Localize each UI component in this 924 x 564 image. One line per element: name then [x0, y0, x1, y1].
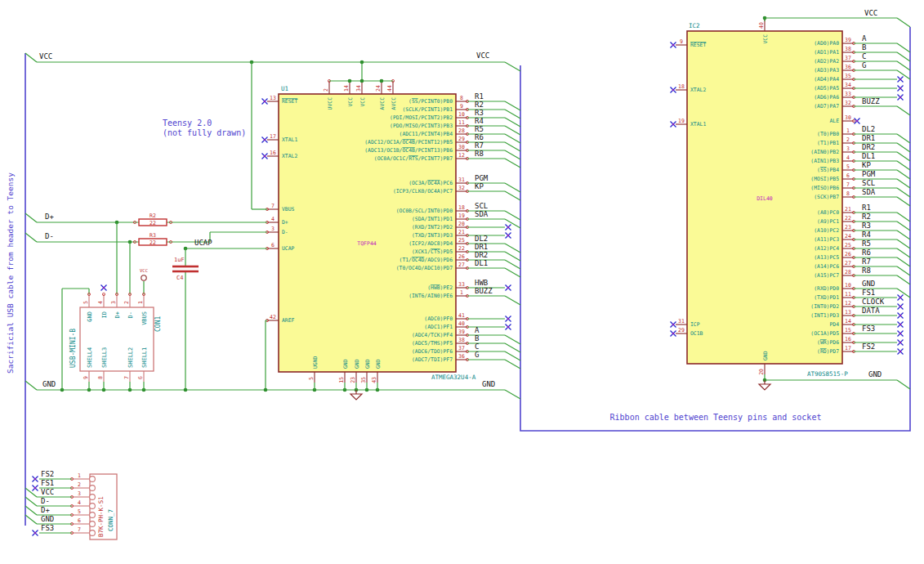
ic2-ref[interactable]: IC2	[689, 22, 700, 29]
net-label-scl[interactable]: SCL	[475, 202, 488, 210]
wire-segment	[897, 143, 910, 152]
net-label-b[interactable]: B	[862, 43, 866, 51]
net-label-r8[interactable]: R8	[862, 266, 871, 275]
pin-number: 35	[360, 377, 367, 383]
u1-value[interactable]: ATMEGA32U4-A	[431, 374, 476, 381]
wire-segment	[897, 275, 910, 284]
net-label-dr2[interactable]: DR2	[475, 251, 488, 259]
pin-name: (INT6/AIN0)PE6	[408, 293, 453, 299]
net-label-vcc-right[interactable]: VCC	[476, 51, 489, 60]
net-label-r6[interactable]: R6	[475, 133, 484, 141]
pin-name: XTAL2	[282, 153, 297, 159]
net-label-kp[interactable]: KP	[475, 182, 484, 190]
no-connect-dot	[672, 324, 674, 325]
net-label-sda[interactable]: SDA	[862, 188, 876, 196]
pin-name: SHELL2	[127, 347, 134, 368]
net-label-r5[interactable]: R5	[862, 239, 871, 248]
net-label-dl2[interactable]: DL2	[475, 235, 488, 243]
net-label-dr1[interactable]: DR1	[862, 134, 875, 142]
pin-name: (AD5)PA5	[814, 85, 839, 92]
net-label-fs1[interactable]: FS1	[41, 479, 54, 487]
net-label-sda[interactable]: SDA	[475, 210, 489, 218]
net-label-kp[interactable]: KP	[862, 161, 871, 169]
net-label-c[interactable]: C	[862, 52, 866, 60]
net-label-fs3[interactable]: FS3	[41, 524, 54, 532]
pin-number: 29	[458, 136, 465, 142]
net-label-ic2-gnd[interactable]: GND	[868, 370, 882, 378]
net-label-gnd[interactable]: GND	[862, 280, 875, 288]
conn7-symbol[interactable]: B7K-PH-K-S1CONN_71FS22FS13VCC4D-5D+6GND7…	[25, 470, 117, 539]
net-label-data[interactable]: DATA	[862, 307, 880, 315]
pin-name: GND	[364, 359, 371, 369]
gnd-symbol-icon	[759, 380, 770, 390]
net-label-buzz[interactable]: BUZZ	[475, 287, 493, 295]
net-label-dl2[interactable]: DL2	[862, 125, 875, 133]
con1-symbol[interactable]: USB-MINI-BCON15GND4ID3D+2D-1VBUS9SHELL48…	[69, 293, 162, 382]
u1-ref[interactable]: U1	[281, 85, 288, 92]
net-label-dr1[interactable]: DR1	[475, 243, 488, 251]
wire-segment	[897, 170, 910, 179]
u1-symbol[interactable]: U1ATMEGA32U4-ATQFP4413RESET17XTAL116XTAL…	[262, 79, 521, 383]
net-label-a[interactable]: A	[475, 326, 480, 334]
no-connect-icon	[33, 486, 38, 491]
pin-number: 5	[846, 163, 850, 170]
no-connect-dot	[899, 351, 901, 352]
net-label-fs3[interactable]: FS3	[862, 325, 875, 333]
net-label-c[interactable]: C	[475, 342, 479, 351]
ic2-symbol[interactable]: IC2AT90S8515-PDIL409RESET18XTAL219XTAL13…	[671, 16, 911, 378]
net-label-fs2[interactable]: FS2	[862, 342, 875, 351]
net-label-r6[interactable]: R6	[862, 248, 871, 257]
net-label-r2[interactable]: R2	[475, 101, 484, 109]
net-label-r1[interactable]: R1	[862, 204, 871, 212]
net-label-scl[interactable]: SCL	[862, 179, 875, 187]
net-label-pgm[interactable]: PGM	[862, 170, 876, 178]
net-label-d+[interactable]: D+	[41, 506, 50, 514]
pin-number: 2	[846, 137, 850, 143]
net-label-vcc[interactable]: VCC	[41, 488, 54, 496]
net-label-r7[interactable]: R7	[475, 141, 484, 150]
net-label-gnd-left[interactable]: GND	[42, 380, 56, 388]
net-label-dplus[interactable]: D+	[45, 213, 54, 221]
net-label-vcc-left[interactable]: VCC	[39, 52, 52, 60]
net-label-r8[interactable]: R8	[475, 150, 484, 158]
net-label-r3[interactable]: R3	[862, 222, 871, 230]
net-label-ucap[interactable]: UCAP	[194, 239, 212, 247]
no-connect-dot	[264, 101, 266, 102]
net-label-pgm[interactable]: PGM	[475, 174, 489, 182]
net-label-r1[interactable]: R1	[475, 92, 484, 101]
net-label-dl1[interactable]: DL1	[862, 152, 875, 160]
net-label-hwb[interactable]: HWB	[475, 279, 488, 287]
net-label-dl1[interactable]: DL1	[475, 259, 488, 267]
net-label-r3[interactable]: R3	[475, 109, 484, 117]
net-label-r4[interactable]: R4	[475, 117, 484, 125]
net-label-a[interactable]: A	[862, 34, 867, 43]
net-label-b[interactable]: B	[475, 334, 479, 342]
net-label-gnd-right[interactable]: GND	[482, 380, 495, 388]
net-label-clock[interactable]: CLOCK	[862, 298, 885, 306]
ic2-value[interactable]: AT90S8515-P	[807, 370, 848, 378]
net-label-dminus[interactable]: D-	[45, 232, 54, 240]
r2-ref: R2	[150, 213, 156, 219]
net-label-g[interactable]: G	[475, 351, 479, 359]
r3-symbol[interactable]: R322	[133, 232, 172, 246]
net-label-r5[interactable]: R5	[475, 125, 484, 133]
pin-number: 1	[460, 289, 463, 296]
no-connect-dot	[856, 120, 858, 122]
net-label-fs2[interactable]: FS2	[41, 470, 54, 478]
net-label-r2[interactable]: R2	[862, 213, 871, 221]
net-label-r7[interactable]: R7	[862, 257, 871, 266]
net-label-ic2-vcc[interactable]: VCC	[864, 9, 877, 17]
no-connect-icon	[506, 325, 511, 330]
r2-symbol[interactable]: R222	[133, 213, 172, 226]
pin-name: (AD6)PA6	[814, 94, 839, 101]
net-label-gnd[interactable]: GND	[41, 515, 54, 523]
net-label-buzz[interactable]: BUZZ	[862, 97, 880, 105]
pin-number: 9	[460, 103, 463, 110]
net-label-fs1[interactable]: FS1	[862, 289, 875, 297]
net-label-dr2[interactable]: DR2	[862, 143, 875, 151]
pin-name: SHELL3	[101, 347, 108, 368]
c4-ref: C4	[176, 275, 183, 281]
net-label-r4[interactable]: R4	[862, 231, 871, 239]
net-label-g[interactable]: G	[862, 61, 866, 69]
net-label-d-[interactable]: D-	[41, 497, 50, 505]
